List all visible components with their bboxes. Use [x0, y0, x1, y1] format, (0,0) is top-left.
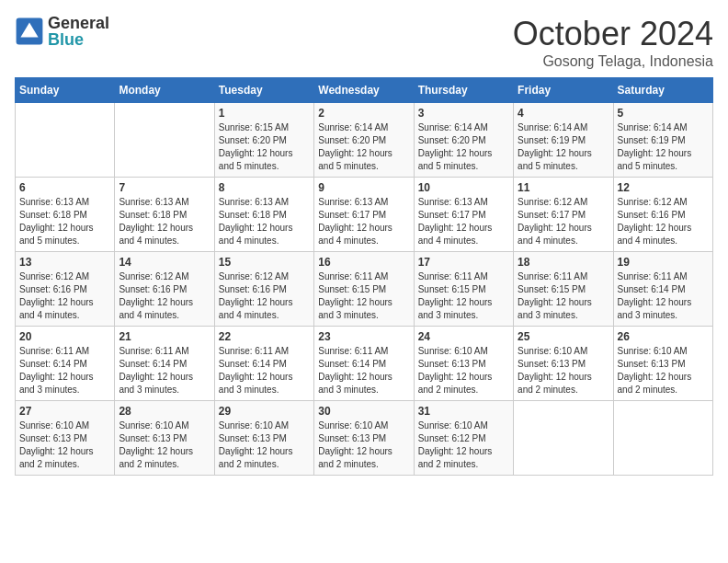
calendar-cell: 28Sunrise: 6:10 AM Sunset: 6:13 PM Dayli… — [115, 401, 214, 476]
day-number: 26 — [618, 330, 709, 343]
day-info: Sunrise: 6:10 AM Sunset: 6:13 PM Dayligh… — [418, 345, 509, 396]
day-info: Sunrise: 6:14 AM Sunset: 6:19 PM Dayligh… — [618, 121, 709, 173]
calendar-cell: 15Sunrise: 6:12 AM Sunset: 6:16 PM Dayli… — [214, 252, 313, 327]
col-header-saturday: Saturday — [613, 78, 712, 103]
day-number: 8 — [219, 181, 310, 194]
calendar-cell: 31Sunrise: 6:10 AM Sunset: 6:12 PM Dayli… — [414, 401, 513, 476]
day-number: 22 — [219, 330, 310, 343]
day-info: Sunrise: 6:13 AM Sunset: 6:18 PM Dayligh… — [119, 196, 210, 247]
col-header-thursday: Thursday — [414, 78, 513, 103]
day-number: 6 — [19, 181, 110, 194]
day-number: 15 — [219, 256, 310, 269]
calendar-cell: 8Sunrise: 6:13 AM Sunset: 6:18 PM Daylig… — [214, 178, 313, 252]
day-number: 12 — [618, 181, 709, 194]
day-info: Sunrise: 6:11 AM Sunset: 6:14 PM Dayligh… — [618, 270, 709, 322]
day-number: 24 — [418, 330, 509, 343]
day-info: Sunrise: 6:15 AM Sunset: 6:20 PM Dayligh… — [219, 121, 310, 173]
day-info: Sunrise: 6:10 AM Sunset: 6:13 PM Dayligh… — [618, 345, 709, 396]
logo: General Blue — [15, 15, 109, 48]
calendar-cell: 5Sunrise: 6:14 AM Sunset: 6:19 PM Daylig… — [613, 103, 712, 178]
day-info: Sunrise: 6:14 AM Sunset: 6:20 PM Dayligh… — [418, 121, 509, 173]
day-info: Sunrise: 6:11 AM Sunset: 6:14 PM Dayligh… — [318, 345, 409, 396]
calendar-cell: 1Sunrise: 6:15 AM Sunset: 6:20 PM Daylig… — [214, 103, 313, 178]
calendar-cell: 2Sunrise: 6:14 AM Sunset: 6:20 PM Daylig… — [314, 103, 414, 178]
day-info: Sunrise: 6:11 AM Sunset: 6:15 PM Dayligh… — [318, 270, 409, 322]
calendar-cell: 10Sunrise: 6:13 AM Sunset: 6:17 PM Dayli… — [414, 178, 513, 252]
day-number: 11 — [518, 181, 609, 194]
day-info: Sunrise: 6:11 AM Sunset: 6:14 PM Dayligh… — [19, 345, 110, 396]
header: General Blue October 2024 Gosong Telaga,… — [15, 15, 713, 70]
logo-line2: Blue — [48, 31, 109, 48]
day-number: 9 — [318, 181, 409, 194]
day-number: 2 — [318, 107, 409, 120]
calendar-cell: 18Sunrise: 6:11 AM Sunset: 6:15 PM Dayli… — [514, 252, 613, 327]
day-info: Sunrise: 6:12 AM Sunset: 6:16 PM Dayligh… — [119, 270, 210, 322]
logo-line1: General — [48, 15, 109, 31]
calendar-cell: 14Sunrise: 6:12 AM Sunset: 6:16 PM Dayli… — [115, 252, 214, 327]
calendar-cell: 12Sunrise: 6:12 AM Sunset: 6:16 PM Dayli… — [613, 178, 712, 252]
week-row-3: 13Sunrise: 6:12 AM Sunset: 6:16 PM Dayli… — [16, 252, 713, 327]
calendar-cell: 3Sunrise: 6:14 AM Sunset: 6:20 PM Daylig… — [414, 103, 513, 178]
calendar-cell: 16Sunrise: 6:11 AM Sunset: 6:15 PM Dayli… — [314, 252, 414, 327]
logo-text: General Blue — [48, 15, 109, 48]
page-subtitle: Gosong Telaga, Indonesia — [513, 53, 713, 70]
page-title: October 2024 — [513, 15, 713, 53]
calendar-cell: 30Sunrise: 6:10 AM Sunset: 6:13 PM Dayli… — [314, 401, 414, 476]
calendar-cell: 26Sunrise: 6:10 AM Sunset: 6:13 PM Dayli… — [613, 327, 712, 401]
day-info: Sunrise: 6:12 AM Sunset: 6:17 PM Dayligh… — [518, 196, 609, 247]
logo-icon — [15, 17, 44, 46]
week-row-1: 1Sunrise: 6:15 AM Sunset: 6:20 PM Daylig… — [16, 103, 713, 178]
day-info: Sunrise: 6:11 AM Sunset: 6:15 PM Dayligh… — [418, 270, 509, 322]
day-number: 19 — [618, 256, 709, 269]
calendar-cell — [613, 401, 712, 476]
day-number: 3 — [418, 107, 509, 120]
day-number: 5 — [618, 107, 709, 120]
day-info: Sunrise: 6:10 AM Sunset: 6:12 PM Dayligh… — [418, 419, 509, 471]
calendar-cell: 9Sunrise: 6:13 AM Sunset: 6:17 PM Daylig… — [314, 178, 414, 252]
day-number: 14 — [119, 256, 210, 269]
day-info: Sunrise: 6:11 AM Sunset: 6:14 PM Dayligh… — [219, 345, 310, 396]
day-number: 13 — [19, 256, 110, 269]
day-number: 18 — [518, 256, 609, 269]
day-info: Sunrise: 6:13 AM Sunset: 6:18 PM Dayligh… — [19, 196, 110, 247]
day-number: 10 — [418, 181, 509, 194]
day-number: 27 — [19, 405, 110, 418]
day-info: Sunrise: 6:11 AM Sunset: 6:14 PM Dayligh… — [119, 345, 210, 396]
week-row-5: 27Sunrise: 6:10 AM Sunset: 6:13 PM Dayli… — [16, 401, 713, 476]
day-number: 4 — [518, 107, 609, 120]
week-row-4: 20Sunrise: 6:11 AM Sunset: 6:14 PM Dayli… — [16, 327, 713, 401]
title-area: October 2024 Gosong Telaga, Indonesia — [513, 15, 713, 70]
day-info: Sunrise: 6:10 AM Sunset: 6:13 PM Dayligh… — [219, 419, 310, 471]
calendar-cell: 11Sunrise: 6:12 AM Sunset: 6:17 PM Dayli… — [514, 178, 613, 252]
calendar-table: SundayMondayTuesdayWednesdayThursdayFrid… — [15, 77, 713, 476]
col-header-wednesday: Wednesday — [314, 78, 414, 103]
calendar-cell: 22Sunrise: 6:11 AM Sunset: 6:14 PM Dayli… — [214, 327, 313, 401]
calendar-cell: 29Sunrise: 6:10 AM Sunset: 6:13 PM Dayli… — [214, 401, 313, 476]
calendar-cell: 25Sunrise: 6:10 AM Sunset: 6:13 PM Dayli… — [514, 327, 613, 401]
day-info: Sunrise: 6:12 AM Sunset: 6:16 PM Dayligh… — [618, 196, 709, 247]
day-number: 21 — [119, 330, 210, 343]
day-info: Sunrise: 6:12 AM Sunset: 6:16 PM Dayligh… — [219, 270, 310, 322]
day-info: Sunrise: 6:10 AM Sunset: 6:13 PM Dayligh… — [19, 419, 110, 471]
day-info: Sunrise: 6:14 AM Sunset: 6:19 PM Dayligh… — [518, 121, 609, 173]
day-number: 25 — [518, 330, 609, 343]
calendar-cell: 7Sunrise: 6:13 AM Sunset: 6:18 PM Daylig… — [115, 178, 214, 252]
day-info: Sunrise: 6:13 AM Sunset: 6:17 PM Dayligh… — [418, 196, 509, 247]
calendar-cell: 17Sunrise: 6:11 AM Sunset: 6:15 PM Dayli… — [414, 252, 513, 327]
col-header-friday: Friday — [514, 78, 613, 103]
day-number: 1 — [219, 107, 310, 120]
day-number: 16 — [318, 256, 409, 269]
day-info: Sunrise: 6:13 AM Sunset: 6:17 PM Dayligh… — [318, 196, 409, 247]
calendar-cell: 23Sunrise: 6:11 AM Sunset: 6:14 PM Dayli… — [314, 327, 414, 401]
day-number: 28 — [119, 405, 210, 418]
day-info: Sunrise: 6:10 AM Sunset: 6:13 PM Dayligh… — [518, 345, 609, 396]
calendar-cell: 19Sunrise: 6:11 AM Sunset: 6:14 PM Dayli… — [613, 252, 712, 327]
calendar-cell — [514, 401, 613, 476]
calendar-cell — [115, 103, 214, 178]
col-header-tuesday: Tuesday — [214, 78, 313, 103]
week-row-2: 6Sunrise: 6:13 AM Sunset: 6:18 PM Daylig… — [16, 178, 713, 252]
day-info: Sunrise: 6:10 AM Sunset: 6:13 PM Dayligh… — [119, 419, 210, 471]
col-header-monday: Monday — [115, 78, 214, 103]
calendar-cell: 13Sunrise: 6:12 AM Sunset: 6:16 PM Dayli… — [16, 252, 115, 327]
calendar-cell: 6Sunrise: 6:13 AM Sunset: 6:18 PM Daylig… — [16, 178, 115, 252]
